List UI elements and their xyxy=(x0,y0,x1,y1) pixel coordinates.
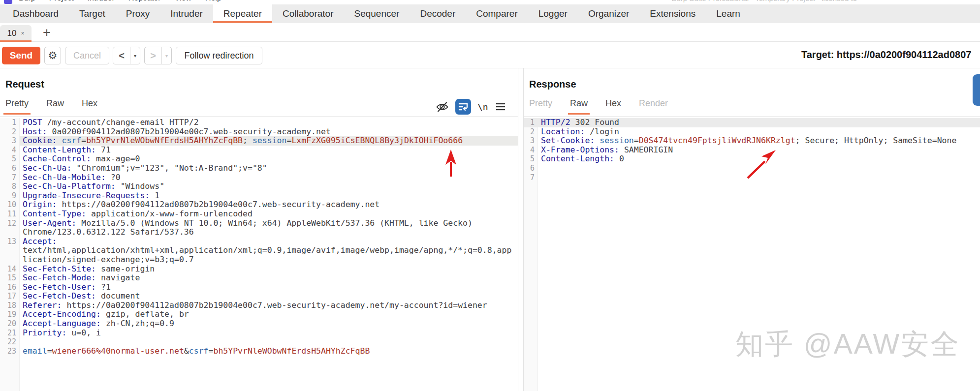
code-line[interactable]: 3Cookie: csrf=bh5YPvrNleWObwNfErdsH5AHYh… xyxy=(0,136,518,146)
code-line[interactable]: 6Sec-Ch-Ua: "Chromium";v="123", "Not:A-B… xyxy=(0,164,518,173)
response-tab-render[interactable]: Render xyxy=(639,98,668,115)
line-text[interactable]: Sec-Fetch-Dest: document xyxy=(20,292,518,301)
cancel-button[interactable]: Cancel xyxy=(65,47,109,64)
code-line[interactable]: 21Priority: u=0, i xyxy=(0,329,518,338)
main-tab-collaborator[interactable]: Collaborator xyxy=(272,4,344,23)
line-text[interactable] xyxy=(538,164,980,173)
follow-redirection-button[interactable]: Follow redirection xyxy=(176,47,262,64)
history-forward-button[interactable]: > ▾ xyxy=(144,47,172,64)
response-tab-pretty[interactable]: Pretty xyxy=(529,98,552,115)
line-text[interactable]: Cache-Control: max-age=0 xyxy=(20,154,518,164)
menu-intruder[interactable]: Intruder xyxy=(88,0,115,2)
code-line[interactable]: 16Sec-Fetch-User: ?1 xyxy=(0,283,518,292)
main-tab-repeater[interactable]: Repeater xyxy=(213,4,272,23)
menu-repeater[interactable]: Repeater xyxy=(128,0,161,2)
main-tab-organizer[interactable]: Organizer xyxy=(578,4,639,23)
code-line[interactable]: 2Host: 0a0200f904112ad0807b2b19004e00c7.… xyxy=(0,127,518,137)
line-text[interactable]: Content-Length: 71 xyxy=(20,146,518,155)
show-newlines-icon[interactable]: \n xyxy=(477,102,488,112)
line-text[interactable]: email=wiener666%40normal-user.net&csrf=b… xyxy=(20,347,518,356)
line-text[interactable]: Priority: u=0, i xyxy=(20,329,518,338)
line-text[interactable]: Sec-Ch-Ua-Mobile: ?0 xyxy=(20,173,518,182)
main-tab-target[interactable]: Target xyxy=(69,4,116,23)
main-tab-sequencer[interactable]: Sequencer xyxy=(344,4,410,23)
code-line[interactable]: 22 xyxy=(0,337,518,347)
gear-icon[interactable]: ⚙ xyxy=(44,47,61,64)
code-line[interactable]: text/html,application/xhtml+xml,applicat… xyxy=(0,246,518,255)
line-text[interactable]: POST /my-account/change-email HTTP/2 xyxy=(20,118,518,127)
code-line[interactable]: 9Upgrade-Insecure-Requests: 1 xyxy=(0,191,518,201)
main-tab-dashboard[interactable]: Dashboard xyxy=(2,4,69,23)
inspector-collapsed-handle[interactable] xyxy=(973,74,980,106)
request-tab-hex[interactable]: Hex xyxy=(82,98,97,115)
main-tab-extensions[interactable]: Extensions xyxy=(639,4,706,23)
line-text[interactable]: Host: 0a0200f904112ad0807b2b19004e00c7.w… xyxy=(20,127,518,137)
line-text[interactable]: X-Frame-Options: SAMEORIGIN xyxy=(538,146,980,155)
main-tab-logger[interactable]: Logger xyxy=(528,4,578,23)
line-text[interactable]: Referer: https://0a0200f904112ad0807b2b1… xyxy=(20,301,518,310)
menu-burp[interactable]: Burp xyxy=(19,0,35,2)
line-text[interactable]: Sec-Fetch-Site: same-origin xyxy=(20,265,518,274)
code-line[interactable]: 20Accept-Language: zh-CN,zh;q=0.9 xyxy=(0,319,518,329)
main-tab-intruder[interactable]: Intruder xyxy=(160,4,213,23)
code-line[interactable]: 1HTTP/2 302 Found xyxy=(524,118,980,127)
line-text[interactable]: Sec-Fetch-Mode: navigate xyxy=(20,273,518,283)
code-line[interactable]: 18Referer: https://0a0200f904112ad0807b2… xyxy=(0,301,518,310)
line-text[interactable]: HTTP/2 302 Found xyxy=(538,118,980,127)
code-line[interactable]: 7Sec-Ch-Ua-Mobile: ?0 xyxy=(0,173,518,182)
request-tab-pretty[interactable]: Pretty xyxy=(5,98,29,115)
line-text[interactable]: lication/signed-exchange;v=b3;q=0.7 xyxy=(20,255,518,265)
line-text[interactable]: Sec-Ch-Ua: "Chromium";v="123", "Not:A-Br… xyxy=(20,164,518,173)
editor-menu-icon[interactable] xyxy=(495,101,506,113)
code-line[interactable]: 17Sec-Fetch-Dest: document xyxy=(0,292,518,301)
line-text[interactable]: Content-Type: application/x-www-form-url… xyxy=(20,210,518,219)
code-line[interactable]: 12User-Agent: Mozilla/5.0 (Windows NT 10… xyxy=(0,219,518,228)
close-tab-icon[interactable]: × xyxy=(21,30,24,37)
add-tab-button[interactable]: + xyxy=(38,24,55,41)
line-text[interactable]: Set-Cookie: session=D0S474tvcn49FptsjliW… xyxy=(538,136,980,146)
menu-project[interactable]: Project xyxy=(49,0,74,2)
code-line[interactable]: 14Sec-Fetch-Site: same-origin xyxy=(0,265,518,274)
line-text[interactable]: Chrome/123.0.6312.122 Safari/537.36 xyxy=(20,228,518,237)
code-line[interactable]: 8Sec-Ch-Ua-Platform: "Windows" xyxy=(0,182,518,191)
response-tab-raw[interactable]: Raw xyxy=(570,98,588,115)
hide-content-eye-icon[interactable] xyxy=(436,100,449,114)
menu-help[interactable]: Help xyxy=(205,0,221,2)
line-text[interactable]: Upgrade-Insecure-Requests: 1 xyxy=(20,191,518,201)
line-text[interactable]: Sec-Fetch-User: ?1 xyxy=(20,283,518,292)
line-text[interactable]: Sec-Ch-Ua-Platform: "Windows" xyxy=(20,182,518,191)
code-line[interactable]: 3Set-Cookie: session=D0S474tvcn49Fptsjli… xyxy=(524,136,980,146)
code-line[interactable]: 15Sec-Fetch-Mode: navigate xyxy=(0,273,518,283)
line-text[interactable] xyxy=(538,173,980,182)
line-text[interactable]: Origin: https://0a0200f904112ad0807b2b19… xyxy=(20,200,518,210)
code-line[interactable]: 5Cache-Control: max-age=0 xyxy=(0,154,518,164)
code-line[interactable]: lication/signed-exchange;v=b3;q=0.7 xyxy=(0,255,518,265)
code-line[interactable]: 23email=wiener666%40normal-user.net&csrf… xyxy=(0,347,518,356)
send-button[interactable]: Send xyxy=(2,47,40,64)
code-line[interactable]: 4X-Frame-Options: SAMEORIGIN xyxy=(524,146,980,155)
line-text[interactable]: Cookie: csrf=bh5YPvrNleWObwNfErdsH5AHYhZ… xyxy=(20,136,518,146)
line-text[interactable] xyxy=(20,337,518,347)
request-tab-raw[interactable]: Raw xyxy=(46,98,64,115)
menu-view[interactable]: View xyxy=(175,0,191,2)
line-text[interactable]: Accept: xyxy=(20,237,518,246)
request-editor[interactable]: 1POST /my-account/change-email HTTP/22Ho… xyxy=(0,118,518,391)
main-tab-comparer[interactable]: Comparer xyxy=(466,4,528,23)
code-line[interactable]: 6 xyxy=(524,164,980,173)
code-line[interactable]: 5Content-Length: 0 xyxy=(524,154,980,164)
main-tab-proxy[interactable]: Proxy xyxy=(116,4,160,23)
line-text[interactable]: Location: /login xyxy=(538,127,980,137)
code-line[interactable]: 1POST /my-account/change-email HTTP/2 xyxy=(0,118,518,127)
line-text[interactable]: text/html,application/xhtml+xml,applicat… xyxy=(20,246,518,255)
line-text[interactable]: Accept-Language: zh-CN,zh;q=0.9 xyxy=(20,319,518,329)
response-tab-hex[interactable]: Hex xyxy=(605,98,621,115)
line-text[interactable]: User-Agent: Mozilla/5.0 (Windows NT 10.0… xyxy=(20,219,518,228)
code-line[interactable]: 19Accept-Encoding: gzip, deflate, br xyxy=(0,310,518,319)
code-line[interactable]: 10Origin: https://0a0200f904112ad0807b2b… xyxy=(0,200,518,210)
main-tab-learn[interactable]: Learn xyxy=(706,4,751,23)
code-line[interactable]: Chrome/123.0.6312.122 Safari/537.36 xyxy=(0,228,518,237)
back-dropdown-icon[interactable]: ▾ xyxy=(130,53,140,59)
main-tab-decoder[interactable]: Decoder xyxy=(410,4,466,23)
code-line[interactable]: 11Content-Type: application/x-www-form-u… xyxy=(0,210,518,219)
line-text[interactable]: Content-Length: 0 xyxy=(538,154,980,164)
